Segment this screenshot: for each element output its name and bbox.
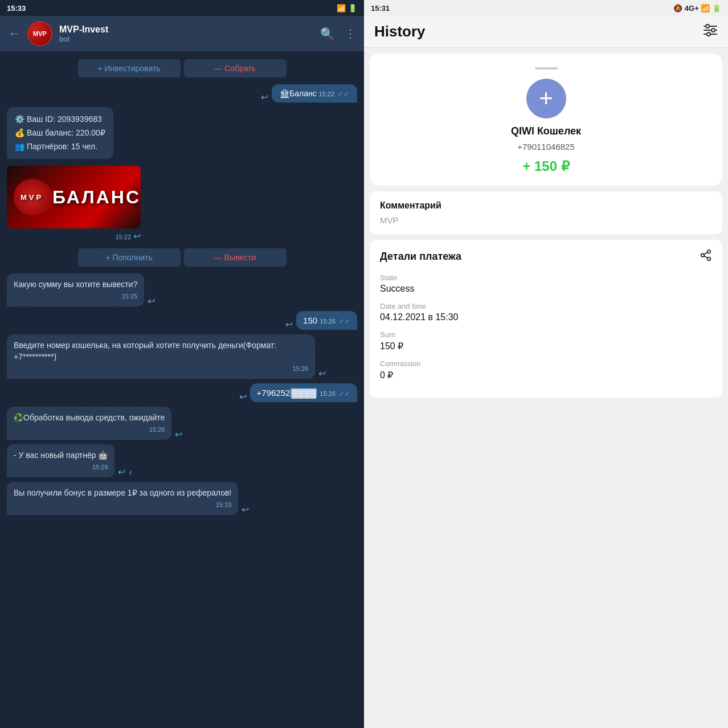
details-section: Детали платежа State Success Date and ti… <box>370 240 722 398</box>
bonus-msg: Вы получили бонус в размере 1₽ за одного… <box>7 482 238 515</box>
wallet-prompt-msg: Введите номер кошелька, на который хотит… <box>7 334 315 379</box>
phone-ticks: ✓✓ <box>339 390 350 398</box>
date-label: Date and time <box>380 302 712 310</box>
mvp-image-label: БАЛАНС <box>52 187 141 208</box>
balance-time: 15:22 <box>319 91 335 97</box>
date-value: 04.12.2021 в 15:30 <box>380 312 712 322</box>
transaction-card: + QIWI Кошелек +79011046825 + 150 ₽ <box>370 54 722 186</box>
wallet-prompt-text: Введите номер кошелька, на который хотит… <box>14 341 276 361</box>
share-button[interactable] <box>700 249 712 264</box>
right-time: 15:31 <box>371 4 390 13</box>
topup-button[interactable]: + Пополнить <box>78 248 181 267</box>
left-panel: 15:33 📶 🔋 ← MVP MVP-Invest bot 🔍 ⋮ + Инв… <box>0 0 364 728</box>
bot-avatar: MVP <box>27 21 52 46</box>
state-value: Success <box>380 284 712 294</box>
state-row: State Success <box>380 273 712 294</box>
right-status-icons: 🔕 4G+ 📶 🔋 <box>673 4 721 13</box>
status-bar-right: 15:31 🔕 4G+ 📶 🔋 <box>364 0 728 16</box>
amount-time: 15:26 <box>320 318 336 325</box>
balance-bubble: 🏦Баланс 15:22 ✓✓ <box>272 84 357 103</box>
svg-point-5 <box>707 32 710 36</box>
tg-header-icons: 🔍 ⋮ <box>320 27 356 40</box>
balance-ticks: ✓✓ <box>338 90 349 98</box>
phone-time: 15:26 <box>320 390 336 397</box>
info-line3: 👥 Партнёров: 15 чел. <box>15 140 105 154</box>
amount-msg: 150 15:26 ✓✓ <box>296 311 357 330</box>
bonus-time: 15:33 <box>14 501 231 509</box>
bonus-text: Вы получили бонус в размере 1₽ за одного… <box>14 488 231 497</box>
phone-msg: +796252▓▓▓▓ 15:26 ✓✓ <box>250 383 357 402</box>
svg-point-3 <box>706 24 709 28</box>
comment-value: MVP <box>380 215 712 225</box>
wallet-prompt-time: 15:26 <box>14 365 308 373</box>
wallet-phone: +79011046825 <box>517 142 575 152</box>
wallet-name: QIWI Кошелек <box>511 125 581 137</box>
withdraw-button[interactable]: — Вывести <box>184 248 287 267</box>
search-icon[interactable]: 🔍 <box>320 27 334 40</box>
right-panel: 15:31 🔕 4G+ 📶 🔋 History + QIWI Кошелек <box>364 0 728 728</box>
phone-forward-icon[interactable]: ↩ <box>239 391 247 402</box>
question-time: 15:25 <box>14 292 137 301</box>
transaction-amount: + 150 ₽ <box>522 158 569 174</box>
bot-subtitle: bot <box>59 35 313 43</box>
comment-section: Комментарий MVP <box>370 191 722 234</box>
svg-point-8 <box>707 257 711 261</box>
processing-msg: ♻️Обработка вывода средств, ожидайте 15:… <box>7 407 171 440</box>
comment-label: Комментарий <box>380 201 712 211</box>
amount-forward-icon[interactable]: ↩ <box>285 319 293 330</box>
details-header: Детали платежа <box>380 249 712 264</box>
svg-line-9 <box>704 256 707 258</box>
collect-button[interactable]: — Собрать <box>184 59 287 77</box>
phone-msg-row: ↩ +796252▓▓▓▓ 15:26 ✓✓ <box>7 383 357 402</box>
info-block-row: ⚙️ Ваш ID: 2093939683 💰 Ваш баланс: 220.… <box>7 107 357 159</box>
collapse-icon[interactable]: ‹ <box>129 467 132 477</box>
amount-msg-row: ↩ 150 15:26 ✓✓ <box>7 311 357 330</box>
partner-time: 15:29 <box>14 463 108 472</box>
right-content: + QIWI Кошелек +79011046825 + 150 ₽ Комм… <box>364 48 728 728</box>
date-row: Date and time 04.12.2021 в 15:30 <box>380 302 712 322</box>
bonus-forward-icon[interactable]: ↩ <box>242 504 249 515</box>
partner-msg-row: - У вас новый партнёр 🤖 15:29 ↩ ‹ <box>7 444 357 477</box>
amount-ticks: ✓✓ <box>339 317 350 325</box>
amount-text: 150 <box>303 316 317 325</box>
svg-point-6 <box>707 250 711 253</box>
invest-button[interactable]: + Инвестировать <box>78 59 181 77</box>
commission-label: Commission <box>380 359 712 368</box>
forward-icon[interactable]: ↩ <box>261 92 268 103</box>
tg-header: ← MVP MVP-Invest bot 🔍 ⋮ <box>0 16 364 51</box>
state-label: State <box>380 273 712 282</box>
processing-text: ♻️Обработка вывода средств, ожидайте <box>14 413 165 422</box>
mvp-balance-image: MVP БАЛАНС <box>7 166 141 228</box>
svg-point-7 <box>701 253 705 257</box>
drag-handle <box>535 67 558 69</box>
partner-msg: - У вас новый партнёр 🤖 15:29 <box>7 444 114 477</box>
info-line1: ⚙️ Ваш ID: 2093939683 <box>15 113 105 126</box>
question-forward-icon[interactable]: ↩ <box>148 296 155 306</box>
wallet-icon-circle: + <box>526 79 566 118</box>
partner-text: - У вас новый партнёр 🤖 <box>14 451 108 460</box>
info-block: ⚙️ Ваш ID: 2093939683 💰 Ваш баланс: 220.… <box>7 107 113 159</box>
details-title: Детали платежа <box>380 251 461 263</box>
left-time: 15:33 <box>7 4 26 13</box>
tg-chat-area: + Инвестировать — Собрать ↩ 🏦Баланс 15:2… <box>0 51 364 728</box>
processing-forward-icon[interactable]: ↩ <box>175 429 182 440</box>
processing-time: 15:26 <box>14 426 165 434</box>
image-forward-icon[interactable]: ↩ <box>133 231 141 242</box>
wallet-prompt-forward-icon[interactable]: ↩ <box>318 368 326 379</box>
phone-text: +796252▓▓▓▓ <box>257 388 318 398</box>
question-text: Какую сумму вы хотите вывести? <box>14 280 137 289</box>
processing-msg-row: ♻️Обработка вывода средств, ожидайте 15:… <box>7 407 357 440</box>
sum-value: 150 ₽ <box>380 341 712 351</box>
status-bar-left: 15:33 📶 🔋 <box>0 0 364 16</box>
filter-button[interactable] <box>703 24 718 40</box>
sum-row: Sum 150 ₽ <box>380 330 712 351</box>
left-status-icons: 📶 🔋 <box>337 4 357 13</box>
balance-text: 🏦Баланс <box>280 89 317 98</box>
mvp-image-row: MVP БАЛАНС 15:22 ↩ <box>7 163 357 242</box>
svg-line-10 <box>704 252 707 255</box>
question-msg: Какую сумму вы хотите вывести? 15:25 <box>7 273 144 306</box>
menu-icon[interactable]: ⋮ <box>345 27 356 40</box>
back-button[interactable]: ← <box>8 26 21 41</box>
action-buttons-top: + Инвестировать — Собрать <box>7 59 357 77</box>
partner-forward-icon[interactable]: ↩ <box>118 467 125 477</box>
